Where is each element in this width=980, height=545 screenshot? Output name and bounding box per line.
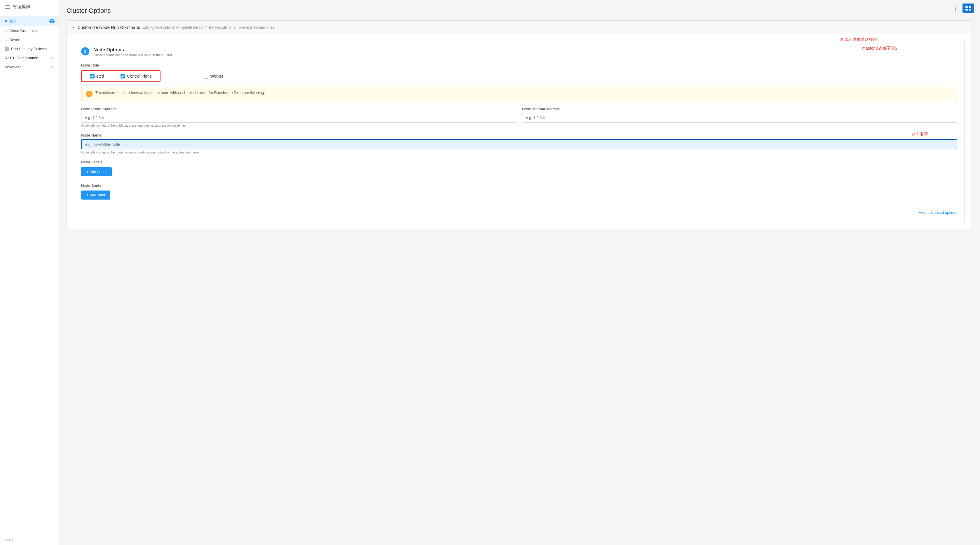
node-taints-label: Node Taints [81, 183, 957, 187]
advanced-chevron-icon: ▾ [52, 65, 53, 68]
add-label-button[interactable]: + Add Label [81, 167, 112, 176]
sidebar-item-drivers-label: Drivers [10, 38, 21, 42]
hamburger-icon[interactable] [5, 5, 10, 9]
warning-box: ! The cluster needs to have at least one… [81, 87, 957, 101]
sidebar-item-cloud-credentials-label: Cloud Credentials [10, 29, 40, 33]
sidebar-item-rke1-label: RKE1 Configuration [5, 56, 38, 60]
cloud-credentials-dot-icon [5, 30, 7, 32]
etcd-checkbox[interactable] [90, 74, 95, 78]
node-name-input[interactable] [81, 139, 957, 149]
internal-address-label: Node Internal Address [522, 107, 957, 111]
node-options-title: Node Options [93, 47, 173, 52]
sidebar-nav: 集群 2 Cloud Credentials Drivers Pod Secur… [0, 14, 58, 534]
hide-advanced-section: Hide advanced options [81, 207, 957, 216]
role-worker[interactable]: Worker [196, 71, 231, 81]
sidebar-title: 管理集群 [13, 4, 30, 10]
node-labels-label: Node Labels [81, 160, 957, 164]
role-row: etcd Control Plane Worker [81, 70, 957, 82]
role-control-plane[interactable]: Control Plane [112, 71, 160, 81]
worker-label: Worker [210, 74, 223, 78]
worker-checkbox[interactable] [204, 74, 208, 78]
sidebar-item-cluster[interactable]: 集群 2 [0, 16, 58, 26]
accordion-subtitle: Editing node options will update the com… [143, 25, 274, 29]
sidebar-item-rke1-configuration[interactable]: RKE1 Configuration ▾ [0, 53, 58, 62]
internal-address-input[interactable] [522, 113, 957, 122]
sidebar-item-cluster-label: 集群 [10, 19, 17, 24]
address-row: Node Public Address Optionally configure… [81, 107, 957, 127]
main-content: Cluster Options ▼ Customize Node Run Com… [58, 0, 980, 545]
role-etcd[interactable]: etcd [82, 71, 112, 81]
accordion-title: Customize Node Run Command [77, 25, 140, 30]
sidebar-item-drivers[interactable]: Drivers [0, 35, 58, 44]
internal-address-group: Node Internal Address [522, 107, 957, 127]
sidebar-header: 管理集群 [0, 0, 58, 14]
accordion-header[interactable]: ▼ Customize Node Run Command Editing nod… [67, 21, 972, 34]
taints-section: Node Taints + Add Taint [81, 183, 957, 200]
node-name-section: 起个名字 Node Name Optionally configure the … [81, 133, 957, 154]
rke1-chevron-icon: ▾ [52, 56, 53, 59]
warning-text: The cluster needs to have at least one n… [95, 91, 265, 95]
sidebar-item-cloud-credentials[interactable]: Cloud Credentials [0, 26, 58, 35]
node-name-label: Node Name [81, 133, 957, 137]
sidebar-item-advanced-label: Advanced [5, 65, 22, 69]
cluster-badge: 2 [49, 19, 54, 23]
role-box-selected: etcd Control Plane [81, 70, 161, 82]
step-badge: 1 [81, 47, 89, 56]
hide-advanced-link[interactable]: Hide advanced options [919, 210, 957, 215]
version-label: v2.6.3 [0, 534, 58, 545]
accordion-arrow-icon: ▼ [72, 25, 75, 29]
sidebar-item-advanced[interactable]: Advanced ▾ [0, 62, 58, 72]
sidebar-item-pod-security-policies[interactable]: Pod Security Policies [0, 44, 58, 53]
warning-icon: ! [86, 91, 92, 97]
node-options-card: 1 Node Options Choose what roles the nod… [74, 40, 964, 223]
etcd-label: etcd [96, 74, 104, 78]
accordion-body: 测试环境推荐这样用 master节点部署这2 1 Node Options Ch… [67, 34, 972, 229]
node-name-group: Node Name Optionally configure the node … [81, 133, 957, 154]
control-plane-label: Control Plane [127, 74, 152, 78]
control-plane-checkbox[interactable] [121, 74, 125, 78]
sidebar-item-pod-security-label: Pod Security Policies [11, 47, 47, 51]
public-address-label: Node Public Address [81, 107, 516, 111]
node-options-subtitle: Choose what roles the node will have in … [93, 53, 173, 57]
cluster-dot-icon [5, 20, 7, 22]
drivers-dot-icon [5, 39, 7, 41]
address-hint: Optionally configure the public address … [81, 124, 516, 127]
labels-section: Node Labels + Add Label [81, 160, 957, 176]
public-address-group: Node Public Address Optionally configure… [81, 107, 516, 127]
node-name-hint: Optionally configure the node name as id… [81, 151, 957, 154]
public-address-input[interactable] [81, 113, 516, 122]
section-header: 1 Node Options Choose what roles the nod… [81, 47, 957, 57]
customize-accordion: ▼ Customize Node Run Command Editing nod… [67, 21, 972, 229]
add-taint-button[interactable]: + Add Taint [81, 191, 110, 200]
page-title: Cluster Options [67, 7, 972, 14]
section-info: Node Options Choose what roles the node … [93, 47, 173, 57]
node-role-label: Node Role [81, 63, 957, 67]
sidebar: 管理集群 集群 2 Cloud Credentials Drivers Pod … [0, 0, 58, 545]
pod-security-folder-icon [5, 47, 9, 51]
